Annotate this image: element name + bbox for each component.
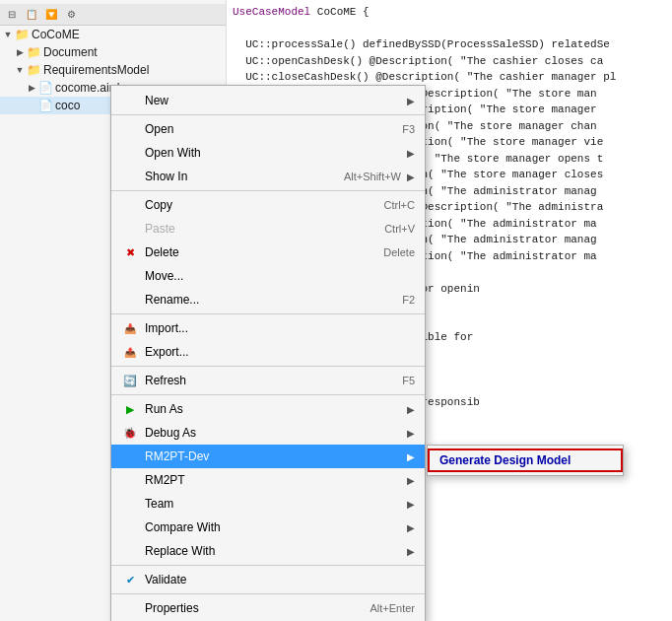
refresh-icon: 🔄 bbox=[121, 372, 139, 389]
shortcut-copy: Ctrl+C bbox=[365, 199, 415, 211]
shortcut-open: F3 bbox=[382, 123, 415, 135]
team-icon bbox=[121, 495, 139, 513]
menu-label-open-with: Open With bbox=[145, 146, 401, 160]
menu-item-debug-as[interactable]: 🐞 Debug As ▶ bbox=[111, 421, 425, 445]
show-in-icon bbox=[121, 168, 139, 185]
menu-item-copy[interactable]: Copy Ctrl+C bbox=[111, 193, 425, 217]
delete-icon: ✖ bbox=[121, 243, 139, 261]
menu-item-run-as[interactable]: ▶ Run As ▶ bbox=[111, 397, 425, 421]
menu-label-show-in: Show In bbox=[145, 170, 324, 183]
separator-2 bbox=[111, 190, 425, 191]
submenu-label-generate-design-model: Generate Design Model bbox=[439, 453, 611, 467]
move-icon bbox=[121, 267, 139, 285]
menu-item-compare-with[interactable]: Compare With ▶ bbox=[111, 516, 425, 539]
menu-label-export: Export... bbox=[145, 345, 415, 359]
rm2pt-arrow: ▶ bbox=[407, 475, 415, 486]
separator-1 bbox=[111, 114, 425, 115]
menu-item-import[interactable]: 📥 Import... bbox=[111, 316, 425, 340]
menu-item-rename[interactable]: Rename... F2 bbox=[111, 288, 425, 311]
menu-item-export[interactable]: 📤 Export... bbox=[111, 340, 425, 364]
menu-item-paste[interactable]: Paste Ctrl+V bbox=[111, 217, 425, 241]
menu-label-run-as: Run As bbox=[145, 402, 401, 416]
menu-label-validate: Validate bbox=[145, 573, 415, 586]
menu-item-show-in[interactable]: Show In Alt+Shift+W ▶ bbox=[111, 165, 425, 188]
replace-icon bbox=[121, 542, 139, 560]
shortcut-show-in: Alt+Shift+W bbox=[324, 171, 401, 182]
menu-label-copy: Copy bbox=[145, 198, 365, 212]
separator-3 bbox=[111, 313, 425, 314]
menu-label-open: Open bbox=[145, 122, 382, 136]
shortcut-refresh: F5 bbox=[382, 375, 415, 386]
menu-label-team: Team bbox=[145, 497, 401, 511]
rename-icon bbox=[121, 291, 139, 309]
new-arrow: ▶ bbox=[407, 96, 415, 106]
menu-item-open[interactable]: Open F3 bbox=[111, 117, 425, 141]
export-icon: 📤 bbox=[121, 343, 139, 361]
open-with-icon bbox=[121, 144, 139, 162]
menu-label-debug-as: Debug As bbox=[145, 426, 401, 440]
shortcut-rename: F2 bbox=[382, 294, 415, 306]
shortcut-paste: Ctrl+V bbox=[365, 223, 415, 235]
menu-item-rm2pt[interactable]: RM2PT ▶ bbox=[111, 468, 425, 492]
menu-label-rename: Rename... bbox=[145, 293, 382, 307]
menu-label-replace-with: Replace With bbox=[145, 544, 401, 558]
import-icon: 📥 bbox=[121, 319, 139, 337]
open-with-arrow: ▶ bbox=[407, 148, 415, 159]
menu-item-replace-with[interactable]: Replace With ▶ bbox=[111, 539, 425, 563]
paste-icon bbox=[121, 220, 139, 238]
menu-item-open-with[interactable]: Open With ▶ bbox=[111, 141, 425, 165]
menu-label-new: New bbox=[145, 94, 401, 107]
show-in-arrow: ▶ bbox=[407, 172, 415, 182]
menu-item-new[interactable]: New ▶ bbox=[111, 89, 425, 112]
run-as-arrow: ▶ bbox=[407, 404, 415, 415]
menu-label-rm2pt: RM2PT bbox=[145, 473, 401, 487]
new-icon bbox=[121, 92, 139, 109]
menu-item-validate[interactable]: ✔ Validate bbox=[111, 568, 425, 591]
menu-label-compare-with: Compare With bbox=[145, 520, 401, 534]
separator-7 bbox=[111, 593, 425, 594]
validate-icon: ✔ bbox=[121, 571, 139, 588]
menu-label-properties: Properties bbox=[145, 601, 350, 615]
submenu-rm2pt-dev[interactable]: Generate Design Model bbox=[427, 445, 624, 476]
debug-as-arrow: ▶ bbox=[407, 428, 415, 439]
compare-icon bbox=[121, 518, 139, 536]
context-menu[interactable]: New ▶ Open F3 Open With ▶ Show In Alt+Sh… bbox=[110, 85, 426, 621]
rm2pt-dev-arrow: ▶ bbox=[407, 451, 415, 462]
shortcut-properties: Alt+Enter bbox=[350, 602, 415, 614]
shortcut-delete: Delete bbox=[364, 246, 415, 258]
menu-label-import: Import... bbox=[145, 321, 415, 335]
menu-label-move: Move... bbox=[145, 269, 415, 283]
menu-label-refresh: Refresh bbox=[145, 374, 382, 387]
team-arrow: ▶ bbox=[407, 499, 415, 510]
menu-item-move[interactable]: Move... bbox=[111, 264, 425, 288]
menu-label-rm2pt-dev: RM2PT-Dev bbox=[145, 449, 401, 463]
run-icon: ▶ bbox=[121, 400, 139, 418]
menu-item-rm2pt-dev[interactable]: RM2PT-Dev ▶ Generate Design Model bbox=[111, 445, 425, 468]
menu-label-paste: Paste bbox=[145, 222, 365, 236]
rm2pt-dev-icon bbox=[121, 448, 139, 465]
menu-item-properties[interactable]: Properties Alt+Enter bbox=[111, 596, 425, 620]
copy-icon bbox=[121, 196, 139, 214]
rm2pt-icon bbox=[121, 471, 139, 489]
properties-icon bbox=[121, 599, 139, 617]
submenu-item-generate-design-model[interactable]: Generate Design Model bbox=[428, 448, 623, 472]
compare-with-arrow: ▶ bbox=[407, 522, 415, 533]
separator-4 bbox=[111, 366, 425, 367]
open-icon bbox=[121, 120, 139, 138]
separator-5 bbox=[111, 394, 425, 395]
menu-item-refresh[interactable]: 🔄 Refresh F5 bbox=[111, 369, 425, 392]
context-menu-overlay: New ▶ Open F3 Open With ▶ Show In Alt+Sh… bbox=[0, 0, 672, 621]
separator-6 bbox=[111, 565, 425, 566]
menu-item-team[interactable]: Team ▶ bbox=[111, 492, 425, 516]
debug-icon: 🐞 bbox=[121, 424, 139, 442]
menu-item-delete[interactable]: ✖ Delete Delete bbox=[111, 241, 425, 264]
menu-label-delete: Delete bbox=[145, 245, 364, 259]
replace-with-arrow: ▶ bbox=[407, 546, 415, 557]
